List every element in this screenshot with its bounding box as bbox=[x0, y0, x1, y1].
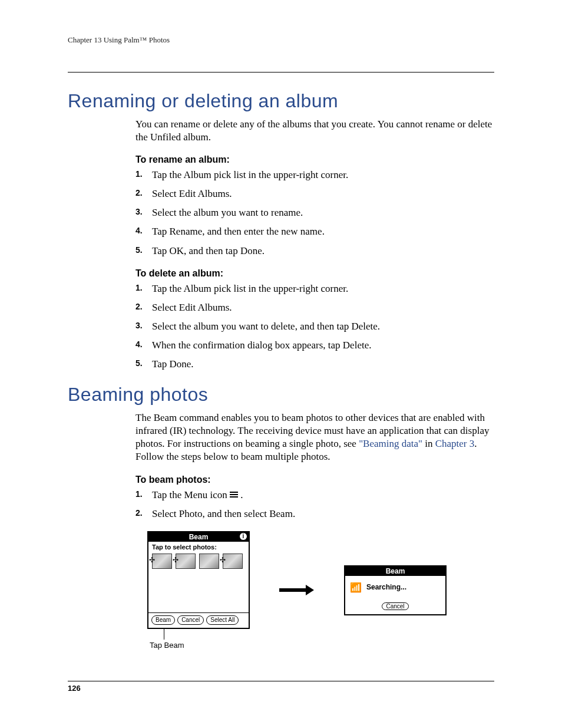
step: Select Edit Albums. bbox=[135, 301, 494, 314]
beam-select-screen: Beam i Tap to select photos: ✣ ✣ ✣ Beam … bbox=[147, 531, 250, 629]
step: Tap the Menu icon . bbox=[135, 489, 494, 502]
steps-delete: Tap the Album pick list in the upper-rig… bbox=[135, 282, 494, 371]
link-chapter-3[interactable]: Chapter 3 bbox=[435, 438, 475, 449]
photo-thumbnail: ✣ bbox=[223, 554, 243, 569]
screen-titlebar: Beam i bbox=[148, 532, 249, 542]
dialog-status: Searching... bbox=[366, 583, 406, 591]
subhead-beam: To beam photos: bbox=[135, 475, 494, 485]
step: When the confirmation dialog box appears… bbox=[135, 339, 494, 352]
figure-left-wrapper: Beam i Tap to select photos: ✣ ✣ ✣ Beam … bbox=[147, 531, 250, 650]
step: Tap OK, and then tap Done. bbox=[135, 245, 494, 258]
text: Tap the Menu icon bbox=[152, 489, 230, 500]
screen-title: Beam bbox=[189, 533, 209, 541]
callout-tap-beam: Tap Beam bbox=[150, 641, 250, 650]
arrow-icon bbox=[279, 587, 315, 594]
figure-row: Beam i Tap to select photos: ✣ ✣ ✣ Beam … bbox=[147, 531, 494, 650]
menu-icon bbox=[230, 492, 238, 499]
step: Tap the Album pick list in the upper-rig… bbox=[135, 282, 494, 295]
header-rule bbox=[68, 72, 494, 73]
running-head: Chapter 13 Using Palm™ Photos bbox=[68, 35, 494, 48]
step: Select the album you want to rename. bbox=[135, 206, 494, 219]
beam-searching-dialog: Beam 📶 Searching... Cancel bbox=[344, 565, 447, 615]
photo-thumbnail bbox=[199, 554, 219, 569]
subhead-delete: To delete an album: bbox=[135, 268, 494, 279]
beaming-intro: The Beam command enables you to beam pho… bbox=[135, 411, 494, 463]
dialog-title: Beam bbox=[345, 566, 445, 576]
photo-thumbnail: ✣ bbox=[176, 554, 196, 569]
section-heading-beaming: Beaming photos bbox=[68, 384, 494, 406]
link-beaming-data[interactable]: "Beaming data" bbox=[359, 438, 422, 449]
intro-paragraph: You can rename or delete any of the albu… bbox=[135, 118, 494, 144]
step: Tap the Album pick list in the upper-rig… bbox=[135, 169, 494, 182]
text: . bbox=[240, 489, 243, 500]
callout-line bbox=[164, 629, 164, 640]
step: Select the album you want to delete, and… bbox=[135, 320, 494, 333]
steps-rename: Tap the Album pick list in the upper-rig… bbox=[135, 169, 494, 257]
infrared-icon: 📶 bbox=[350, 582, 362, 593]
steps-beam: Tap the Menu icon . Select Photo, and th… bbox=[135, 489, 494, 521]
step: Tap Rename, and then enter the new name. bbox=[135, 225, 494, 238]
section-heading-rename-delete: Renaming or deleting an album bbox=[68, 90, 494, 112]
text: in bbox=[422, 438, 435, 449]
screen-subhead: Tap to select photos: bbox=[148, 542, 249, 552]
subhead-rename: To rename an album: bbox=[135, 154, 494, 165]
beam-button: Beam bbox=[151, 615, 175, 625]
page-number: 126 bbox=[68, 681, 494, 693]
select-all-button: Select All bbox=[206, 615, 239, 625]
photo-thumbnail: ✣ bbox=[152, 554, 172, 569]
cancel-button: Cancel bbox=[177, 615, 204, 625]
step: Select Photo, and then select Beam. bbox=[135, 508, 494, 521]
dialog-cancel-button: Cancel bbox=[382, 602, 408, 610]
step: Select Edit Albums. bbox=[135, 187, 494, 200]
thumbnail-area: ✣ ✣ ✣ bbox=[148, 552, 249, 612]
info-icon: i bbox=[240, 533, 247, 540]
step: Tap Done. bbox=[135, 358, 494, 371]
screen-button-row: Beam Cancel Select All bbox=[148, 612, 249, 628]
